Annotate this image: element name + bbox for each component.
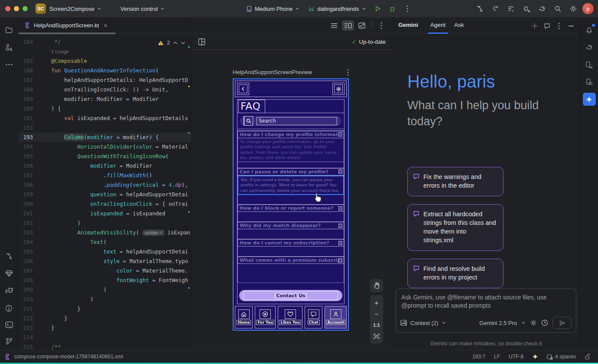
code-line[interactable]: 212 } (18, 314, 192, 323)
design-view-button[interactable] (356, 20, 368, 31)
tab-agent[interactable]: Agent (426, 17, 450, 34)
faq-expand-toggle[interactable] (338, 224, 342, 228)
wireframe-settings-button[interactable] (332, 83, 344, 95)
contact-us-button[interactable]: Contact Us (239, 290, 342, 301)
task-list-icon[interactable]: s (504, 3, 517, 15)
gemini-tool-button[interactable] (583, 93, 596, 106)
resource-manager-tool-button[interactable] (3, 41, 16, 54)
wireframe-back-button[interactable] (237, 83, 249, 95)
code-line[interactable]: 207 color = MaterialTheme. (18, 266, 192, 276)
nav-item-account[interactable]: Account (325, 306, 347, 328)
code-line[interactable]: 200 onTrailingIconClick = { onTrai (18, 199, 192, 209)
new-chat-button[interactable] (530, 21, 540, 31)
nav-item-chat[interactable]: Chat (305, 306, 322, 328)
usage-hint[interactable]: 1 Usage (33, 47, 192, 56)
tab-helpandsupportscreen[interactable]: HelpAndSupportScreen.kt × (18, 17, 112, 33)
window-controls[interactable] (5, 6, 28, 11)
gemini-prompt-input[interactable]: Ask Gemini, use @filename to attach sour… (396, 289, 576, 333)
gemini-options-menu[interactable] (554, 21, 564, 31)
preview-canvas[interactable]: HelpAndSupportScreenPreview (192, 50, 392, 352)
search-input[interactable]: Search (257, 117, 337, 125)
prev-issue-icon[interactable] (173, 41, 178, 45)
code-line[interactable]: 197 .fillMaxWidth() (18, 171, 192, 180)
code-line[interactable]: 187 helpAndSupportDetails: HelpAndSuppor… (18, 75, 192, 85)
code-line[interactable]: 214 (18, 333, 192, 342)
code-line[interactable]: 210 ) (18, 295, 192, 304)
zoom-out-button[interactable]: − (370, 308, 383, 319)
branch-selector[interactable]: datingandfriends (305, 4, 369, 14)
code-line[interactable]: 188 onTrailingIconClick: () -> Unit, (18, 85, 192, 94)
zoom-to-fit-button[interactable] (370, 331, 383, 342)
indent-selector[interactable]: 4 spaces (547, 354, 576, 360)
more-actions-menu[interactable] (401, 3, 414, 15)
gradle-tool-button[interactable] (583, 41, 596, 54)
model-selector[interactable]: Gemini 2.5 Pro (479, 320, 517, 326)
tab-ask[interactable]: Ask (450, 17, 468, 34)
compose-preview-frame[interactable]: FAQ Search How do I change my profile in… (233, 78, 349, 331)
code-line[interactable]: 186fun QuestionAndAnswerInfoSection( (18, 66, 192, 75)
attach-image-icon[interactable] (400, 320, 407, 326)
code-line[interactable]: 191 val isExpanded = helpAndSupportDetai… (18, 114, 192, 123)
version-control-tool-button[interactable] (3, 335, 16, 348)
preview-title[interactable]: HelpAndSupportScreenPreview (233, 69, 312, 76)
nav-item-likes-you[interactable]: Likes You (278, 306, 302, 328)
logcat-tool-button[interactable] (3, 284, 16, 297)
code-line[interactable]: 201 isExpanded = isExpanded (18, 209, 192, 218)
avatar[interactable]: p (582, 3, 594, 14)
debug-button[interactable] (386, 3, 399, 15)
profiler-icon[interactable] (520, 3, 533, 15)
settings-icon[interactable] (567, 3, 580, 15)
next-issue-icon[interactable] (181, 41, 185, 45)
code-line[interactable]: 203 AnimatedVisibility( visible = isExpa… (18, 228, 192, 237)
nav-item-for-you[interactable]: For You (255, 306, 276, 328)
project-selector[interactable]: Screen2Compose (46, 4, 105, 14)
code-line[interactable]: 206 style = MaterialTheme.typo (18, 257, 192, 266)
suggestion-card[interactable]: Find and resolve build errors in my proj… (407, 259, 504, 288)
faq-answer[interactable]: Yes. If you need a break, you can pause … (237, 176, 344, 195)
faq-question[interactable]: Can I pause or delete my profile? (237, 168, 344, 176)
code-line[interactable]: 199 question = helpAndSupportDetai (18, 190, 192, 199)
notifications-button[interactable] (583, 23, 596, 36)
build-status[interactable]: ✓ Up-to-date (352, 39, 386, 45)
code-line[interactable]: 208 fontWeight = FontWeigh (18, 276, 192, 285)
faq-expand-toggle[interactable] (338, 169, 342, 174)
code-line[interactable]: 195 QuestionWithTrailingIconRow( (18, 152, 192, 161)
problems-tool-button[interactable] (3, 302, 16, 315)
chat-history-button[interactable] (542, 21, 552, 31)
layout-grid-icon[interactable] (198, 38, 205, 46)
inspection-widget[interactable]: 2 (158, 38, 185, 48)
code-line[interactable]: 190) { (18, 104, 192, 114)
gradle-sync-icon[interactable] (536, 3, 549, 15)
run-button[interactable] (371, 3, 384, 15)
more-tools-button[interactable] (3, 58, 16, 71)
code-view-button[interactable] (328, 20, 340, 31)
sync-code-icon[interactable]: A (489, 3, 502, 15)
hide-panel-button[interactable] (566, 21, 576, 31)
close-window-button[interactable] (5, 6, 10, 11)
build-tool-button[interactable] (3, 250, 16, 263)
nav-item-home[interactable]: Home (235, 306, 253, 328)
suggestion-card[interactable]: Extract all hardcoded strings from this … (407, 204, 504, 251)
close-tab-icon[interactable]: × (104, 22, 107, 29)
code-editor[interactable]: 184 */1 Usage185@Composable186fun Questi… (18, 34, 192, 352)
faq-question[interactable]: What comes with a premium subscription? (237, 257, 344, 264)
code-line[interactable]: 193 Column(modifier = modifier) { (18, 133, 192, 142)
faq-question[interactable]: How do I change my profile information? (237, 131, 344, 138)
preview-item-menu[interactable] (347, 69, 349, 76)
project-tool-button[interactable] (3, 23, 16, 36)
faq-answer[interactable]: To change your profile information, go t… (237, 138, 344, 162)
studio-bot-status-icon[interactable] (532, 354, 538, 360)
line-ending-selector[interactable]: LF (494, 354, 500, 360)
code-line[interactable]: 196 modifier = Modifier (18, 161, 192, 171)
faq-question[interactable]: Why did my match disappear? (237, 222, 344, 229)
vcs-menu[interactable]: Version control (117, 4, 168, 14)
search-bar[interactable]: Search (240, 116, 341, 126)
code-line[interactable]: 192 (18, 123, 192, 133)
prompt-settings-icon[interactable] (530, 319, 537, 326)
context-selector[interactable]: Context (2) (410, 320, 438, 326)
zoom-in-button[interactable]: + (370, 297, 383, 308)
preview-options-menu[interactable] (375, 20, 387, 31)
device-selector[interactable]: Medium Phone (243, 4, 303, 14)
file-lock-toggle[interactable] (585, 354, 590, 360)
code-line[interactable]: 1 Usage (18, 47, 192, 56)
